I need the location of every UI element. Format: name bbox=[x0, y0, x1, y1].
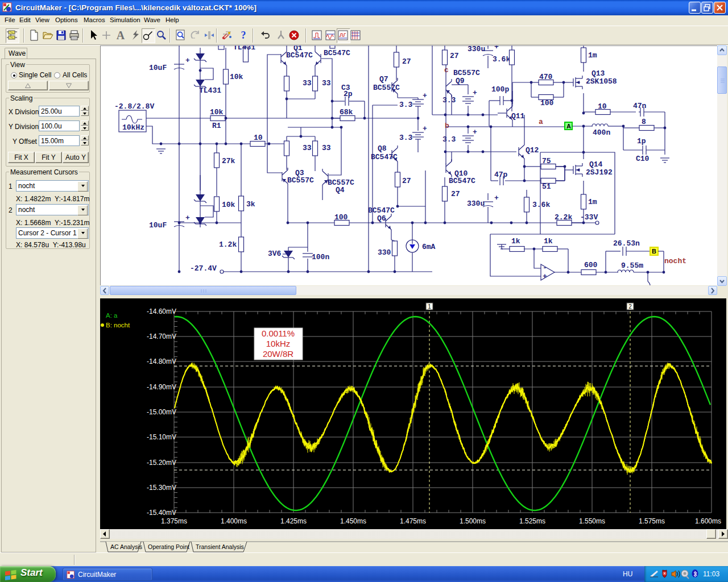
svg-text:3.3: 3.3 bbox=[399, 134, 413, 142]
svg-text:a: a bbox=[539, 118, 543, 126]
svg-text:330u: 330u bbox=[468, 45, 485, 53]
svg-text:-: - bbox=[543, 264, 547, 272]
svg-text:3k: 3k bbox=[246, 200, 255, 209]
svg-text:3V6: 3V6 bbox=[268, 250, 282, 258]
svg-text:TL431: TL431 bbox=[199, 86, 221, 95]
svg-text:?: ? bbox=[241, 30, 246, 41]
svg-text:-14.80mV: -14.80mV bbox=[147, 357, 176, 365]
svg-text:33: 33 bbox=[303, 144, 312, 152]
svg-text:3.3: 3.3 bbox=[442, 96, 456, 105]
svg-text:Operating Point: Operating Point bbox=[148, 543, 189, 550]
svg-text:68k: 68k bbox=[340, 108, 353, 117]
svg-text:10k: 10k bbox=[230, 73, 243, 81]
svg-text:2SJ192: 2SJ192 bbox=[586, 168, 613, 177]
svg-text:3.3: 3.3 bbox=[442, 135, 456, 144]
svg-text:2SK1058: 2SK1058 bbox=[586, 77, 617, 86]
svg-text:1.375ms: 1.375ms bbox=[161, 517, 187, 525]
svg-text:-15.20mV: -15.20mV bbox=[147, 459, 176, 467]
svg-text:Q7: Q7 bbox=[379, 75, 388, 84]
svg-text:10k: 10k bbox=[222, 201, 235, 209]
svg-text:10: 10 bbox=[254, 134, 263, 142]
svg-text:-27.4V: -27.4V bbox=[190, 264, 217, 273]
svg-text:-15.10mV: -15.10mV bbox=[147, 433, 176, 441]
svg-text:10kHz: 10kHz bbox=[266, 339, 291, 348]
svg-text:-14.60mV: -14.60mV bbox=[147, 307, 176, 315]
svg-text:3.6k: 3.6k bbox=[532, 201, 550, 209]
svg-text:1m: 1m bbox=[588, 51, 597, 60]
svg-text:-15.30mV: -15.30mV bbox=[147, 484, 176, 492]
svg-text:+: + bbox=[473, 128, 477, 136]
svg-text:nocht: nocht bbox=[664, 257, 686, 265]
svg-text:100: 100 bbox=[334, 213, 348, 222]
svg-text:TL431: TL431 bbox=[233, 45, 255, 52]
svg-text:+: + bbox=[423, 92, 427, 100]
svg-text:10kHz: 10kHz bbox=[122, 123, 144, 132]
svg-text:400n: 400n bbox=[593, 128, 610, 137]
svg-text:27k: 27k bbox=[222, 157, 235, 165]
svg-text:3.3: 3.3 bbox=[399, 101, 413, 109]
svg-text:+: + bbox=[185, 56, 190, 65]
svg-text:2.2k: 2.2k bbox=[555, 213, 572, 222]
svg-text:1k: 1k bbox=[544, 237, 553, 246]
svg-text:-14.90mV: -14.90mV bbox=[147, 383, 176, 391]
svg-text:1.450ms: 1.450ms bbox=[340, 517, 366, 525]
svg-text:-33V: -33V bbox=[580, 213, 598, 222]
svg-text:BC547C: BC547C bbox=[449, 177, 475, 185]
svg-text:47n: 47n bbox=[633, 102, 647, 110]
svg-text:Q9: Q9 bbox=[456, 77, 465, 85]
svg-text:Transient Analysis: Transient Analysis bbox=[196, 543, 244, 550]
svg-text:Q14: Q14 bbox=[589, 160, 603, 169]
svg-text:Q4: Q4 bbox=[336, 186, 345, 194]
svg-text:BC557C: BC557C bbox=[453, 69, 480, 77]
svg-text:470: 470 bbox=[539, 73, 553, 81]
svg-text:1.575ms: 1.575ms bbox=[639, 517, 665, 525]
svg-text:+: + bbox=[494, 45, 499, 51]
svg-text:10k: 10k bbox=[210, 108, 224, 117]
svg-text:330u: 330u bbox=[467, 199, 485, 208]
svg-text:27: 27 bbox=[402, 57, 411, 66]
svg-text:20W/8R: 20W/8R bbox=[263, 349, 293, 359]
svg-text:1.400ms: 1.400ms bbox=[221, 517, 247, 525]
svg-text:1.500ms: 1.500ms bbox=[460, 517, 486, 525]
svg-text:-2.8/2.8V: -2.8/2.8V bbox=[114, 102, 154, 111]
svg-text:10uF: 10uF bbox=[149, 221, 167, 230]
svg-text:6mA: 6mA bbox=[422, 243, 436, 251]
svg-text:2: 2 bbox=[628, 304, 632, 310]
svg-text:BC547C: BC547C bbox=[286, 51, 313, 60]
svg-text:b: b bbox=[445, 122, 449, 130]
svg-text:+: + bbox=[543, 272, 547, 281]
svg-text:1.425ms: 1.425ms bbox=[280, 517, 307, 525]
svg-text:9.55m: 9.55m bbox=[621, 261, 643, 270]
svg-text:A: A bbox=[117, 30, 125, 41]
svg-text:0.0011%: 0.0011% bbox=[262, 329, 295, 338]
svg-text:-14.70mV: -14.70mV bbox=[147, 332, 176, 340]
svg-text:Q13: Q13 bbox=[592, 69, 605, 78]
svg-text:c: c bbox=[444, 66, 449, 74]
svg-text:B: B bbox=[652, 248, 656, 255]
svg-text:1.600ms: 1.600ms bbox=[695, 517, 721, 525]
svg-text:+: + bbox=[185, 214, 190, 222]
svg-text:+: + bbox=[423, 124, 427, 133]
svg-text:51: 51 bbox=[542, 182, 551, 191]
svg-text:AC Analysis: AC Analysis bbox=[110, 543, 142, 550]
svg-text:100: 100 bbox=[540, 99, 554, 107]
svg-text:A: a: A: a bbox=[106, 312, 118, 319]
svg-text:1.525ms: 1.525ms bbox=[519, 517, 545, 525]
svg-text:100n: 100n bbox=[312, 253, 329, 261]
svg-text:-15.40mV: -15.40mV bbox=[147, 509, 176, 517]
svg-text:B: nocht: B: nocht bbox=[106, 322, 130, 329]
svg-text:33: 33 bbox=[322, 79, 331, 88]
svg-text:1m: 1m bbox=[588, 198, 597, 206]
svg-text:600: 600 bbox=[584, 261, 598, 269]
svg-text:47p: 47p bbox=[494, 171, 508, 179]
svg-text:+: + bbox=[473, 89, 477, 97]
svg-text:26.53n: 26.53n bbox=[613, 239, 640, 248]
svg-text:3.6k: 3.6k bbox=[493, 55, 510, 64]
svg-text:1k: 1k bbox=[511, 237, 520, 246]
svg-text:100p: 100p bbox=[491, 85, 509, 94]
svg-text:BC547C: BC547C bbox=[368, 206, 395, 215]
svg-text:A: A bbox=[566, 123, 571, 130]
svg-text:27: 27 bbox=[451, 190, 460, 198]
svg-text:330: 330 bbox=[378, 248, 391, 257]
svg-text:Q6: Q6 bbox=[377, 214, 386, 223]
